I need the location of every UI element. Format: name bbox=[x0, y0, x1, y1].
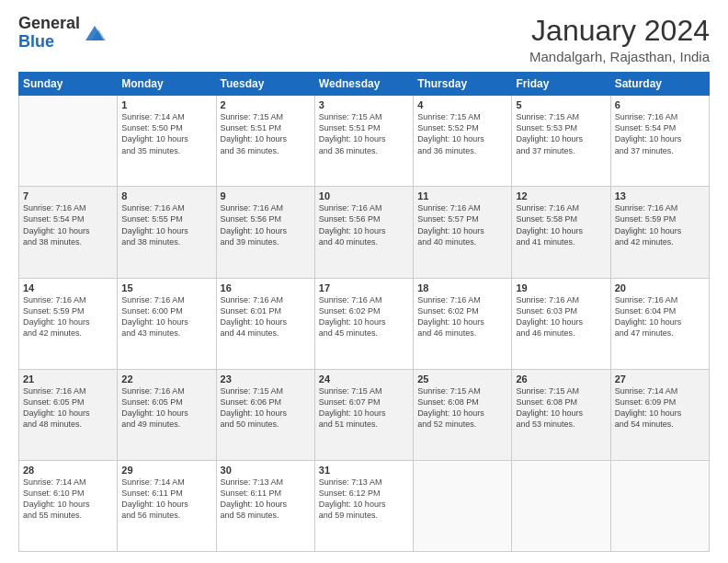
day-number: 2 bbox=[221, 99, 311, 110]
day-info: Sunrise: 7:15 AMSunset: 5:52 PMDaylight:… bbox=[417, 111, 507, 156]
calendar-cell: 15Sunrise: 7:16 AMSunset: 6:00 PMDayligh… bbox=[118, 278, 216, 369]
day-info: Sunrise: 7:16 AMSunset: 6:05 PMDaylight:… bbox=[121, 385, 211, 431]
calendar-cell bbox=[610, 460, 709, 551]
day-number: 9 bbox=[221, 190, 311, 201]
day-info: Sunrise: 7:16 AMSunset: 6:04 PMDaylight:… bbox=[615, 294, 705, 339]
calendar-cell: 20Sunrise: 7:16 AMSunset: 6:04 PMDayligh… bbox=[610, 278, 709, 369]
calendar-cell: 14Sunrise: 7:16 AMSunset: 5:59 PMDayligh… bbox=[19, 278, 118, 369]
day-number: 29 bbox=[121, 465, 211, 476]
calendar-cell: 12Sunrise: 7:16 AMSunset: 5:58 PMDayligh… bbox=[512, 187, 610, 278]
day-info: Sunrise: 7:16 AMSunset: 5:59 PMDaylight:… bbox=[615, 202, 705, 247]
day-info: Sunrise: 7:16 AMSunset: 5:54 PMDaylight:… bbox=[23, 202, 113, 247]
calendar-cell: 26Sunrise: 7:15 AMSunset: 6:08 PMDayligh… bbox=[512, 369, 610, 460]
calendar-cell: 8Sunrise: 7:16 AMSunset: 5:55 PMDaylight… bbox=[118, 187, 216, 278]
day-header-sunday: Sunday bbox=[19, 73, 118, 96]
day-number: 4 bbox=[417, 99, 507, 110]
day-number: 3 bbox=[319, 99, 409, 110]
page: General Blue January 2024 Mandalgarh, Ra… bbox=[0, 0, 728, 563]
day-number: 1 bbox=[121, 99, 211, 110]
calendar-cell: 3Sunrise: 7:15 AMSunset: 5:51 PMDaylight… bbox=[314, 96, 413, 187]
calendar-cell: 28Sunrise: 7:14 AMSunset: 6:10 PMDayligh… bbox=[19, 460, 118, 551]
calendar-cell: 6Sunrise: 7:16 AMSunset: 5:54 PMDaylight… bbox=[610, 96, 709, 187]
week-row-1: 1Sunrise: 7:14 AMSunset: 5:50 PMDaylight… bbox=[19, 96, 710, 187]
calendar-cell bbox=[512, 460, 610, 551]
day-header-friday: Friday bbox=[512, 73, 610, 96]
day-header-saturday: Saturday bbox=[610, 73, 709, 96]
calendar-cell: 19Sunrise: 7:16 AMSunset: 6:03 PMDayligh… bbox=[512, 278, 610, 369]
logo-blue: Blue bbox=[18, 33, 80, 52]
day-number: 6 bbox=[615, 99, 705, 110]
day-info: Sunrise: 7:16 AMSunset: 5:54 PMDaylight:… bbox=[615, 111, 705, 156]
calendar-cell: 4Sunrise: 7:15 AMSunset: 5:52 PMDaylight… bbox=[414, 96, 512, 187]
day-info: Sunrise: 7:16 AMSunset: 6:02 PMDaylight:… bbox=[319, 294, 409, 339]
day-info: Sunrise: 7:16 AMSunset: 5:58 PMDaylight:… bbox=[516, 202, 606, 247]
calendar-cell: 11Sunrise: 7:16 AMSunset: 5:57 PMDayligh… bbox=[414, 187, 512, 278]
calendar-cell bbox=[414, 460, 512, 551]
day-info: Sunrise: 7:16 AMSunset: 5:56 PMDaylight:… bbox=[319, 202, 409, 247]
calendar-cell: 23Sunrise: 7:15 AMSunset: 6:06 PMDayligh… bbox=[216, 369, 314, 460]
day-number: 30 bbox=[221, 465, 311, 476]
logo-icon bbox=[82, 20, 108, 46]
day-number: 27 bbox=[615, 373, 705, 385]
day-number: 22 bbox=[121, 373, 211, 385]
day-info: Sunrise: 7:13 AMSunset: 6:12 PMDaylight:… bbox=[319, 477, 409, 522]
day-number: 26 bbox=[516, 373, 606, 385]
day-number: 19 bbox=[516, 282, 606, 293]
day-number: 12 bbox=[516, 190, 606, 201]
day-number: 20 bbox=[615, 282, 705, 293]
day-number: 31 bbox=[319, 465, 409, 476]
week-row-5: 28Sunrise: 7:14 AMSunset: 6:10 PMDayligh… bbox=[19, 460, 710, 551]
day-number: 28 bbox=[23, 465, 113, 476]
calendar-cell: 10Sunrise: 7:16 AMSunset: 5:56 PMDayligh… bbox=[314, 187, 413, 278]
day-number: 8 bbox=[121, 190, 211, 201]
calendar-cell: 31Sunrise: 7:13 AMSunset: 6:12 PMDayligh… bbox=[314, 460, 413, 551]
calendar-cell: 5Sunrise: 7:15 AMSunset: 5:53 PMDaylight… bbox=[512, 96, 610, 187]
calendar-cell: 9Sunrise: 7:16 AMSunset: 5:56 PMDaylight… bbox=[216, 187, 314, 278]
day-number: 21 bbox=[23, 373, 113, 385]
calendar-cell: 17Sunrise: 7:16 AMSunset: 6:02 PMDayligh… bbox=[314, 278, 413, 369]
day-number: 24 bbox=[319, 373, 409, 385]
day-info: Sunrise: 7:16 AMSunset: 5:59 PMDaylight:… bbox=[23, 294, 113, 339]
day-number: 5 bbox=[516, 99, 606, 110]
logo-text: General Blue bbox=[18, 15, 80, 52]
calendar-cell: 18Sunrise: 7:16 AMSunset: 6:02 PMDayligh… bbox=[414, 278, 512, 369]
calendar-cell: 24Sunrise: 7:15 AMSunset: 6:07 PMDayligh… bbox=[314, 369, 413, 460]
day-number: 16 bbox=[221, 282, 311, 293]
calendar-cell bbox=[19, 96, 118, 187]
logo: General Blue bbox=[18, 15, 108, 52]
calendar-cell: 30Sunrise: 7:13 AMSunset: 6:11 PMDayligh… bbox=[216, 460, 314, 551]
day-info: Sunrise: 7:15 AMSunset: 5:53 PMDaylight:… bbox=[516, 111, 606, 156]
day-info: Sunrise: 7:14 AMSunset: 5:50 PMDaylight:… bbox=[121, 111, 211, 156]
week-row-3: 14Sunrise: 7:16 AMSunset: 5:59 PMDayligh… bbox=[19, 278, 710, 369]
calendar-cell: 27Sunrise: 7:14 AMSunset: 6:09 PMDayligh… bbox=[610, 369, 709, 460]
day-info: Sunrise: 7:14 AMSunset: 6:11 PMDaylight:… bbox=[121, 477, 211, 522]
day-info: Sunrise: 7:15 AMSunset: 5:51 PMDaylight:… bbox=[319, 111, 409, 156]
day-info: Sunrise: 7:16 AMSunset: 6:03 PMDaylight:… bbox=[516, 294, 606, 339]
day-info: Sunrise: 7:13 AMSunset: 6:11 PMDaylight:… bbox=[221, 477, 311, 522]
calendar-cell: 29Sunrise: 7:14 AMSunset: 6:11 PMDayligh… bbox=[118, 460, 216, 551]
day-info: Sunrise: 7:15 AMSunset: 6:08 PMDaylight:… bbox=[516, 385, 606, 431]
calendar-cell: 1Sunrise: 7:14 AMSunset: 5:50 PMDaylight… bbox=[118, 96, 216, 187]
day-header-monday: Monday bbox=[118, 73, 216, 96]
calendar-cell: 21Sunrise: 7:16 AMSunset: 6:05 PMDayligh… bbox=[19, 369, 118, 460]
calendar-cell: 25Sunrise: 7:15 AMSunset: 6:08 PMDayligh… bbox=[414, 369, 512, 460]
day-header-thursday: Thursday bbox=[414, 73, 512, 96]
header: General Blue January 2024 Mandalgarh, Ra… bbox=[18, 15, 710, 64]
day-number: 13 bbox=[615, 190, 705, 201]
day-info: Sunrise: 7:16 AMSunset: 6:01 PMDaylight:… bbox=[221, 294, 311, 339]
day-number: 23 bbox=[221, 373, 311, 385]
day-header-wednesday: Wednesday bbox=[314, 73, 413, 96]
logo-general: General bbox=[18, 15, 80, 33]
day-number: 10 bbox=[319, 190, 409, 201]
day-info: Sunrise: 7:16 AMSunset: 5:56 PMDaylight:… bbox=[221, 202, 311, 247]
calendar-cell: 22Sunrise: 7:16 AMSunset: 6:05 PMDayligh… bbox=[118, 369, 216, 460]
day-number: 18 bbox=[417, 282, 507, 293]
week-row-2: 7Sunrise: 7:16 AMSunset: 5:54 PMDaylight… bbox=[19, 187, 710, 278]
day-info: Sunrise: 7:14 AMSunset: 6:10 PMDaylight:… bbox=[23, 477, 113, 522]
location: Mandalgarh, Rajasthan, India bbox=[529, 49, 710, 64]
header-row: SundayMondayTuesdayWednesdayThursdayFrid… bbox=[19, 73, 710, 96]
day-info: Sunrise: 7:16 AMSunset: 6:00 PMDaylight:… bbox=[121, 294, 211, 339]
day-number: 14 bbox=[23, 282, 113, 293]
day-number: 7 bbox=[23, 190, 113, 201]
day-number: 25 bbox=[417, 373, 507, 385]
